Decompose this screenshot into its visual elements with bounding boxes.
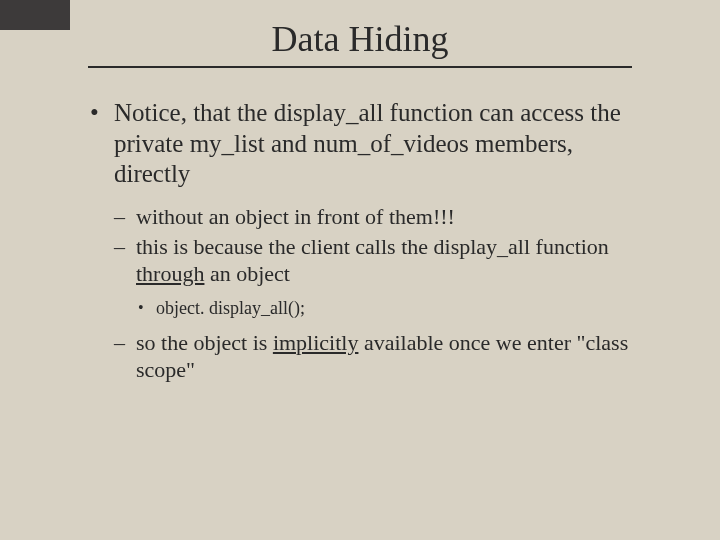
title-underline: [88, 66, 632, 68]
bullet-list-level1: Notice, that the display_all function ca…: [90, 98, 630, 384]
corner-accent: [0, 0, 70, 30]
sub-bullet-item: so the object is implicitly available on…: [114, 330, 630, 384]
sub-bullet-text: without an object in front of them!!!: [136, 204, 455, 229]
sub-bullet-item: this is because the client calls the dis…: [114, 234, 630, 320]
code-bullet-item: object. display_all();: [136, 298, 630, 320]
sub-bullet-text-b: an object: [204, 261, 290, 286]
underlined-text: through: [136, 261, 204, 286]
code-text: object. display_all();: [156, 298, 305, 318]
sub-bullet-item: without an object in front of them!!!: [114, 204, 630, 231]
sub-bullet-text-a: so the object is: [136, 330, 273, 355]
slide-container: Data Hiding Notice, that the display_all…: [0, 0, 720, 384]
bullet-list-level2: without an object in front of them!!! th…: [114, 204, 630, 384]
underlined-text: implicitly: [273, 330, 359, 355]
bullet-text: Notice, that the display_all function ca…: [114, 99, 621, 187]
bullet-item: Notice, that the display_all function ca…: [90, 98, 630, 384]
sub-bullet-text-a: this is because the client calls the dis…: [136, 234, 609, 259]
bullet-list-level3: object. display_all();: [136, 298, 630, 320]
slide-title: Data Hiding: [60, 18, 660, 60]
slide-content: Notice, that the display_all function ca…: [60, 98, 660, 384]
